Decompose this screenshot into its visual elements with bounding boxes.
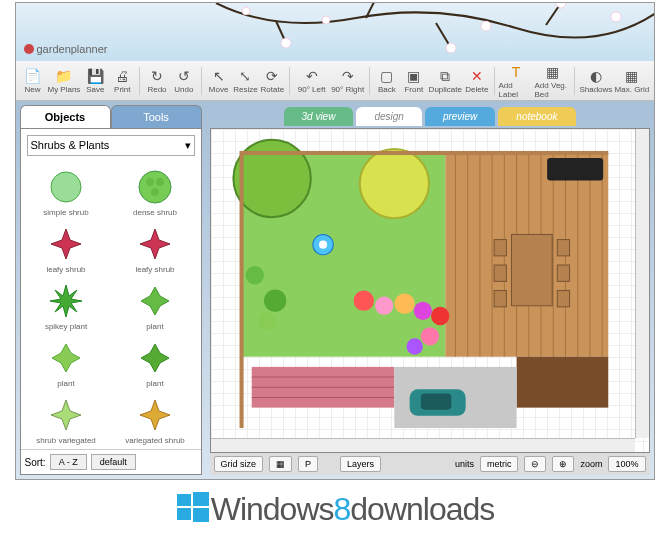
svg-point-40 [353, 291, 373, 311]
folder-icon: 📁 [55, 67, 72, 85]
canvas-bottom-bar: Grid size ▦ P Layers units metric ⊖ ⊕ zo… [210, 453, 650, 475]
svg-point-2 [446, 43, 456, 53]
shadows-button[interactable]: ◐Shadows [578, 63, 613, 99]
svg-point-37 [359, 149, 428, 218]
svg-point-49 [245, 266, 263, 284]
tab-3d-view[interactable]: 3d view [284, 107, 354, 126]
grid-toggle-button[interactable]: ▦ [269, 456, 292, 472]
units-label: units [455, 459, 474, 469]
canvas-svg [211, 129, 649, 452]
svg-point-48 [257, 312, 275, 330]
sidebar: Objects Tools Shrubs & Plants ▾ simple s… [16, 101, 206, 479]
svg-point-7 [242, 7, 250, 15]
svg-rect-61 [193, 492, 209, 506]
rotate-right-button[interactable]: ↷90° Right [330, 63, 365, 99]
plant-item[interactable]: leafy shrub [23, 221, 110, 276]
tab-tools[interactable]: Tools [111, 105, 202, 128]
svg-rect-30 [494, 240, 506, 256]
tab-notebook[interactable]: notebook [498, 107, 575, 126]
category-dropdown[interactable]: Shrubs & Plants ▾ [27, 135, 195, 156]
front-button[interactable]: ▣Front [401, 63, 427, 99]
svg-rect-33 [557, 240, 569, 256]
rotate-left-button[interactable]: ↶90° Left [294, 63, 329, 99]
duplicate-icon: ⧉ [440, 67, 450, 85]
scrollbar-horizontal[interactable] [211, 438, 635, 452]
svg-rect-29 [511, 234, 552, 305]
add-veg-bed-button[interactable]: ▦Add Veg. Bed [535, 63, 570, 99]
svg-point-4 [322, 16, 330, 24]
redo-button[interactable]: ↻Redo [144, 63, 170, 99]
grid-icon: ▦ [625, 67, 638, 85]
rotate-icon: ⟳ [266, 67, 278, 85]
svg-point-0 [281, 38, 291, 48]
send-back-icon: ▢ [380, 67, 393, 85]
tab-design[interactable]: design [356, 107, 421, 126]
plant-item[interactable]: dense shrub [112, 164, 199, 219]
plant-item[interactable]: plant [112, 278, 199, 333]
svg-rect-31 [494, 265, 506, 281]
main-area: Objects Tools Shrubs & Plants ▾ simple s… [16, 101, 654, 479]
max-grid-button[interactable]: ▦Max. Grid [614, 63, 649, 99]
canvas[interactable] [210, 128, 650, 453]
svg-rect-57 [420, 393, 451, 409]
new-button[interactable]: 📄New [20, 63, 46, 99]
units-select[interactable]: metric [480, 456, 519, 472]
rotate-button[interactable]: ⟳Rotate [259, 63, 285, 99]
tab-preview[interactable]: preview [425, 107, 495, 126]
svg-point-46 [406, 338, 422, 354]
print-button[interactable]: 🖨Print [109, 63, 135, 99]
rotate-right-icon: ↷ [342, 67, 354, 85]
p-button[interactable]: P [298, 456, 318, 472]
svg-rect-50 [516, 357, 608, 408]
plant-item[interactable]: plant [112, 335, 199, 390]
grid-size-button[interactable]: Grid size [214, 456, 264, 472]
svg-point-10 [146, 178, 154, 186]
svg-point-39 [318, 241, 326, 249]
tab-objects[interactable]: Objects [20, 105, 111, 128]
back-button[interactable]: ▢Back [374, 63, 400, 99]
plant-item[interactable]: leafy shrub [112, 221, 199, 276]
plant-item[interactable]: simple shrub [23, 164, 110, 219]
svg-point-41 [374, 297, 392, 315]
my-plans-button[interactable]: 📁My Plans [46, 63, 81, 99]
plant-item[interactable]: plant [23, 335, 110, 390]
plant-items-grid: simple shrub dense shrub leafy shrub lea… [21, 162, 201, 449]
watermark: Windows8downloads [0, 480, 669, 538]
undo-icon: ↺ [178, 67, 190, 85]
plant-item[interactable]: variegated shrub [112, 392, 199, 447]
category-label: Shrubs & Plants [31, 139, 110, 152]
layers-button[interactable]: Layers [340, 456, 381, 472]
app-name: gardenplanner [24, 43, 108, 55]
titlebar: gardenplanner [16, 3, 654, 61]
rotate-left-icon: ↶ [306, 67, 318, 85]
resize-icon: ⤡ [239, 67, 251, 85]
zoom-value[interactable]: 100% [608, 456, 645, 472]
move-button[interactable]: ↖Move [206, 63, 232, 99]
plant-item[interactable]: shrub variegated [23, 392, 110, 447]
delete-button[interactable]: ✕Delete [464, 63, 490, 99]
svg-point-47 [263, 289, 285, 311]
svg-point-42 [394, 294, 414, 314]
svg-point-5 [481, 21, 491, 31]
svg-point-6 [611, 12, 621, 22]
undo-button[interactable]: ↺Undo [171, 63, 197, 99]
add-label-button[interactable]: TAdd Label [498, 63, 533, 99]
canvas-tabs: 3d view design preview notebook [210, 105, 650, 128]
save-button[interactable]: 💾Save [82, 63, 108, 99]
resize-button[interactable]: ⤡Resize [233, 63, 259, 99]
svg-rect-32 [494, 291, 506, 307]
titlebar-decoration [216, 3, 654, 61]
duplicate-button[interactable]: ⧉Duplicate [428, 63, 463, 99]
zoom-out-button[interactable]: ⊖ [524, 456, 546, 472]
svg-point-9 [139, 171, 171, 203]
sort-az-button[interactable]: A - Z [50, 454, 87, 470]
windows-logo-icon [175, 490, 211, 526]
plant-item[interactable]: spikey plant [23, 278, 110, 333]
sidebar-tabs: Objects Tools [20, 105, 202, 129]
zoom-in-button[interactable]: ⊕ [552, 456, 574, 472]
svg-rect-59 [239, 151, 243, 428]
sort-default-button[interactable]: default [91, 454, 136, 470]
svg-rect-62 [177, 508, 191, 520]
scrollbar-vertical[interactable] [635, 129, 649, 438]
sort-label: Sort: [25, 457, 46, 468]
